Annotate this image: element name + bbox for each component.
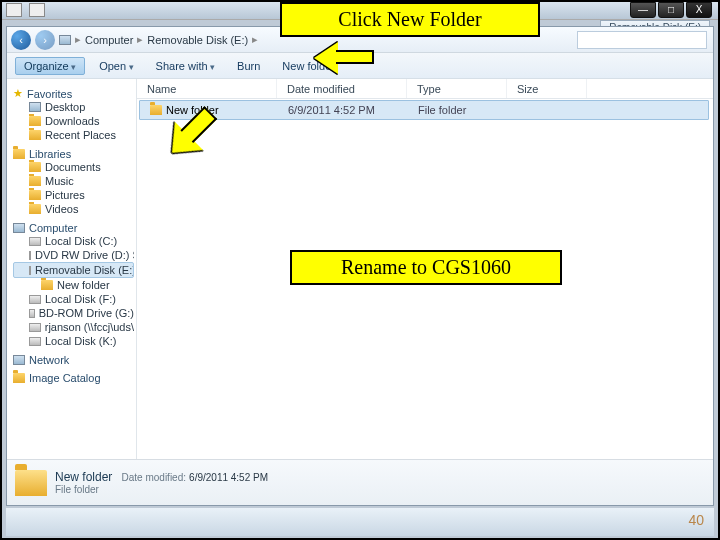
sidebar-label: Removable Disk (E:): [35, 264, 134, 276]
sidebar-label: rjanson (\\fccj\uds\: [45, 321, 134, 333]
folder-icon: [150, 105, 162, 115]
sidebar-label: New folder: [57, 279, 110, 291]
folder-icon: [29, 116, 41, 126]
back-button[interactable]: ‹: [11, 30, 31, 50]
desktop-icon: [29, 102, 41, 112]
details-date: 6/9/2011 4:52 PM: [189, 472, 268, 483]
sidebar-item-documents[interactable]: Documents: [13, 160, 134, 174]
details-pane: New folder Date modified: 6/9/2011 4:52 …: [7, 459, 713, 505]
computer-icon: [59, 35, 71, 45]
file-type: File folder: [408, 104, 508, 116]
sidebar-item-new-folder[interactable]: New folder: [13, 278, 134, 292]
arrow-left-icon: [314, 42, 338, 74]
burn-button[interactable]: Burn: [229, 58, 268, 74]
sidebar-group-libraries[interactable]: Libraries: [13, 148, 134, 160]
folder-icon: [29, 190, 41, 200]
sidebar-item-music[interactable]: Music: [13, 174, 134, 188]
slide-number: 40: [688, 512, 704, 528]
forward-button[interactable]: ›: [35, 30, 55, 50]
sidebar-item-desktop[interactable]: Desktop: [13, 100, 134, 114]
maximize-button[interactable]: □: [658, 2, 684, 18]
chevron-right-icon: ▸: [252, 33, 258, 46]
organize-button[interactable]: Organize: [15, 57, 85, 75]
sidebar-item-recent[interactable]: Recent Places: [13, 128, 134, 142]
col-header-size[interactable]: Size: [507, 79, 587, 98]
sidebar-label: Videos: [45, 203, 78, 215]
sidebar-item-network-drive[interactable]: rjanson (\\fccj\uds\: [13, 320, 134, 334]
sidebar-label: BD-ROM Drive (G:): [39, 307, 134, 319]
close-button[interactable]: X: [686, 2, 712, 18]
libraries-icon: [13, 149, 25, 159]
chevron-right-icon: ▸: [75, 33, 81, 46]
sidebar-item-bdrom-g[interactable]: BD-ROM Drive (G:): [13, 306, 134, 320]
sidebar-item-drive-k[interactable]: Local Disk (K:): [13, 334, 134, 348]
chevron-right-icon: ▸: [137, 33, 143, 46]
minimize-button[interactable]: —: [630, 2, 656, 18]
taskbar: [6, 508, 714, 536]
details-title: New folder: [55, 470, 112, 484]
sidebar-group-network[interactable]: Network: [13, 354, 134, 366]
drive-icon: [29, 266, 31, 275]
folder-icon: [29, 176, 41, 186]
computer-icon: [13, 223, 25, 233]
arrow-shaft: [336, 50, 374, 64]
disc-icon: [29, 309, 35, 318]
file-row-new-folder[interactable]: New folder 6/9/2011 4:52 PM File folder: [139, 100, 709, 120]
file-date: 6/9/2011 4:52 PM: [278, 104, 408, 116]
sidebar-item-dvd-d[interactable]: DVD RW Drive (D:) S: [13, 248, 134, 262]
open-button[interactable]: Open: [91, 58, 141, 74]
folder-icon: [41, 280, 53, 290]
folder-icon: [29, 204, 41, 214]
sidebar-label: Recent Places: [45, 129, 116, 141]
folder-icon: [13, 373, 25, 383]
sidebar-label: Network: [29, 354, 69, 366]
drive-icon: [29, 295, 41, 304]
sidebar-label: Image Catalog: [29, 372, 101, 384]
sidebar-group-computer[interactable]: Computer: [13, 222, 134, 234]
navigation-sidebar: ★ Favorites Desktop Downloads Recent Pla…: [7, 79, 137, 459]
sidebar-item-pictures[interactable]: Pictures: [13, 188, 134, 202]
callout-rename: Rename to CGS1060: [290, 250, 562, 285]
folder-icon: [29, 130, 41, 140]
sidebar-label: DVD RW Drive (D:) S: [35, 249, 134, 261]
sidebar-label: Local Disk (K:): [45, 335, 117, 347]
taskbar-pinned-icon: [6, 3, 22, 17]
share-with-button[interactable]: Share with: [148, 58, 224, 74]
sidebar-item-removable-e[interactable]: Removable Disk (E:): [13, 262, 134, 278]
sidebar-label: Downloads: [45, 115, 99, 127]
folder-icon: [29, 162, 41, 172]
col-header-type[interactable]: Type: [407, 79, 507, 98]
sidebar-label: Documents: [45, 161, 101, 173]
folder-large-icon: [15, 470, 47, 496]
sidebar-label: Computer: [29, 222, 77, 234]
breadcrumb-drive[interactable]: Removable Disk (E:): [147, 34, 248, 46]
sidebar-label: Desktop: [45, 101, 85, 113]
disc-icon: [29, 251, 31, 260]
taskbar-pinned-icon: [29, 3, 45, 17]
sidebar-label: Local Disk (F:): [45, 293, 116, 305]
sidebar-label: Libraries: [29, 148, 71, 160]
details-type: File folder: [55, 484, 268, 495]
sidebar-group-favorites[interactable]: ★ Favorites: [13, 87, 134, 100]
sidebar-label: Local Disk (C:): [45, 235, 117, 247]
window-controls: — □ X: [630, 2, 712, 18]
sidebar-item-downloads[interactable]: Downloads: [13, 114, 134, 128]
breadcrumb-computer[interactable]: Computer: [85, 34, 133, 46]
col-header-date[interactable]: Date modified: [277, 79, 407, 98]
sidebar-label: Music: [45, 175, 74, 187]
search-input[interactable]: [577, 31, 707, 49]
drive-icon: [29, 337, 41, 346]
sidebar-label: Favorites: [27, 88, 72, 100]
sidebar-item-drive-f[interactable]: Local Disk (F:): [13, 292, 134, 306]
details-date-label: Date modified:: [122, 472, 186, 483]
sidebar-item-drive-c[interactable]: Local Disk (C:): [13, 234, 134, 248]
sidebar-group-image-catalog[interactable]: Image Catalog: [13, 372, 134, 384]
drive-icon: [29, 237, 41, 246]
sidebar-item-videos[interactable]: Videos: [13, 202, 134, 216]
star-icon: ★: [13, 87, 23, 100]
sidebar-label: Pictures: [45, 189, 85, 201]
network-drive-icon: [29, 323, 41, 332]
network-icon: [13, 355, 25, 365]
callout-click-new-folder: Click New Folder: [280, 2, 540, 37]
col-header-name[interactable]: Name: [137, 79, 277, 98]
